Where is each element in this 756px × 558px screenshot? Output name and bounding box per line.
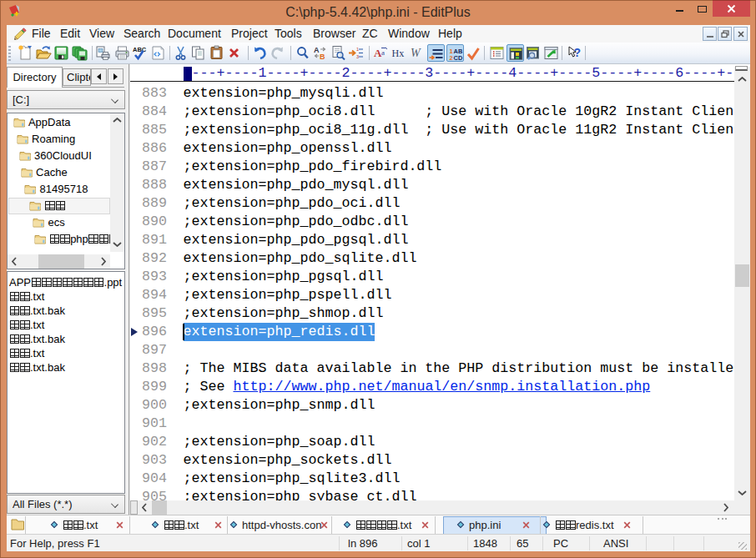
svg-text:B: B <box>320 53 325 61</box>
svg-text:2: 2 <box>449 54 452 62</box>
svg-text:1: 1 <box>356 47 359 52</box>
svg-text:a: a <box>381 48 385 57</box>
svg-text:ABC: ABC <box>133 46 147 53</box>
svg-text:3: 3 <box>356 54 359 59</box>
svg-text:A: A <box>314 46 320 54</box>
svg-text:CD: CD <box>453 54 462 62</box>
svg-text:Hx: Hx <box>392 48 405 59</box>
svg-text:?: ? <box>573 46 581 59</box>
svg-text:W: W <box>411 47 421 59</box>
